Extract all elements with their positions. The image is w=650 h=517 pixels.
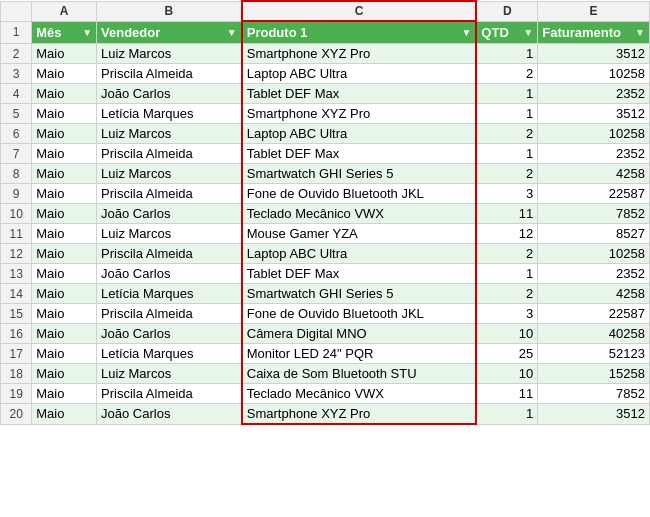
cell-qtd[interactable]: 25 <box>476 344 537 364</box>
filter-arrow-e[interactable]: ▼ <box>635 27 645 38</box>
cell-vendedor[interactable]: Priscila Almeida <box>97 144 242 164</box>
cell-faturamento[interactable]: 10258 <box>538 124 650 144</box>
filter-arrow-a[interactable]: ▼ <box>82 27 92 38</box>
cell-mes[interactable]: Maio <box>32 164 97 184</box>
cell-vendedor[interactable]: Priscila Almeida <box>97 384 242 404</box>
cell-mes[interactable]: Maio <box>32 104 97 124</box>
cell-vendedor[interactable]: Luiz Marcos <box>97 164 242 184</box>
cell-qtd[interactable]: 1 <box>476 44 537 64</box>
cell-qtd[interactable]: 2 <box>476 124 537 144</box>
cell-faturamento[interactable]: 22587 <box>538 304 650 324</box>
cell-produto[interactable]: Tablet DEF Max <box>242 264 477 284</box>
cell-produto[interactable]: Smartwatch GHI Series 5 <box>242 284 477 304</box>
cell-faturamento[interactable]: 7852 <box>538 204 650 224</box>
cell-vendedor[interactable]: Letícia Marques <box>97 104 242 124</box>
cell-qtd[interactable]: 1 <box>476 404 537 425</box>
cell-faturamento[interactable]: 40258 <box>538 324 650 344</box>
cell-mes[interactable]: Maio <box>32 144 97 164</box>
cell-mes[interactable]: Maio <box>32 64 97 84</box>
cell-faturamento[interactable]: 15258 <box>538 364 650 384</box>
cell-mes[interactable]: Maio <box>32 384 97 404</box>
cell-produto[interactable]: Câmera Digital MNO <box>242 324 477 344</box>
cell-qtd[interactable]: 1 <box>476 264 537 284</box>
cell-vendedor[interactable]: Priscila Almeida <box>97 64 242 84</box>
cell-produto[interactable]: Fone de Ouvido Bluetooth JKL <box>242 304 477 324</box>
cell-vendedor[interactable]: Luiz Marcos <box>97 364 242 384</box>
cell-vendedor[interactable]: Letícia Marques <box>97 344 242 364</box>
cell-mes[interactable]: Maio <box>32 304 97 324</box>
cell-produto[interactable]: Laptop ABC Ultra <box>242 124 477 144</box>
cell-faturamento[interactable]: 2352 <box>538 84 650 104</box>
cell-qtd[interactable]: 1 <box>476 144 537 164</box>
cell-faturamento[interactable]: 8527 <box>538 224 650 244</box>
cell-qtd[interactable]: 11 <box>476 204 537 224</box>
cell-faturamento[interactable]: 3512 <box>538 404 650 425</box>
cell-faturamento[interactable]: 52123 <box>538 344 650 364</box>
cell-faturamento[interactable]: 10258 <box>538 64 650 84</box>
cell-mes[interactable]: Maio <box>32 204 97 224</box>
cell-produto[interactable]: Tablet DEF Max <box>242 144 477 164</box>
cell-qtd[interactable]: 11 <box>476 384 537 404</box>
cell-vendedor[interactable]: Priscila Almeida <box>97 244 242 264</box>
cell-vendedor[interactable]: João Carlos <box>97 404 242 425</box>
cell-vendedor[interactable]: João Carlos <box>97 204 242 224</box>
cell-vendedor[interactable]: Priscila Almeida <box>97 184 242 204</box>
cell-qtd[interactable]: 2 <box>476 244 537 264</box>
cell-mes[interactable]: Maio <box>32 84 97 104</box>
cell-qtd[interactable]: 12 <box>476 224 537 244</box>
cell-mes[interactable]: Maio <box>32 404 97 425</box>
cell-vendedor[interactable]: Luiz Marcos <box>97 224 242 244</box>
cell-produto[interactable]: Laptop ABC Ultra <box>242 244 477 264</box>
cell-vendedor[interactable]: Letícia Marques <box>97 284 242 304</box>
header-faturamento[interactable]: Faturamento ▼ <box>538 21 650 44</box>
cell-produto[interactable]: Teclado Mecânico VWX <box>242 204 477 224</box>
cell-produto[interactable]: Caixa de Som Bluetooth STU <box>242 364 477 384</box>
header-produto[interactable]: Produto 1 ▼ <box>242 21 477 44</box>
cell-mes[interactable]: Maio <box>32 264 97 284</box>
cell-mes[interactable]: Maio <box>32 224 97 244</box>
filter-arrow-c[interactable]: ▼ <box>461 27 471 38</box>
cell-qtd[interactable]: 2 <box>476 164 537 184</box>
cell-faturamento[interactable]: 7852 <box>538 384 650 404</box>
cell-mes[interactable]: Maio <box>32 324 97 344</box>
cell-faturamento[interactable]: 22587 <box>538 184 650 204</box>
cell-qtd[interactable]: 2 <box>476 284 537 304</box>
cell-produto[interactable]: Smartphone XYZ Pro <box>242 44 477 64</box>
cell-mes[interactable]: Maio <box>32 184 97 204</box>
cell-vendedor[interactable]: João Carlos <box>97 324 242 344</box>
filter-arrow-d[interactable]: ▼ <box>523 27 533 38</box>
cell-mes[interactable]: Maio <box>32 244 97 264</box>
cell-qtd[interactable]: 3 <box>476 184 537 204</box>
cell-vendedor[interactable]: João Carlos <box>97 264 242 284</box>
cell-mes[interactable]: Maio <box>32 364 97 384</box>
cell-faturamento[interactable]: 3512 <box>538 104 650 124</box>
cell-produto[interactable]: Smartphone XYZ Pro <box>242 104 477 124</box>
cell-mes[interactable]: Maio <box>32 284 97 304</box>
cell-vendedor[interactable]: João Carlos <box>97 84 242 104</box>
cell-produto[interactable]: Mouse Gamer YZA <box>242 224 477 244</box>
cell-produto[interactable]: Laptop ABC Ultra <box>242 64 477 84</box>
cell-produto[interactable]: Smartwatch GHI Series 5 <box>242 164 477 184</box>
cell-faturamento[interactable]: 4258 <box>538 164 650 184</box>
cell-produto[interactable]: Smartphone XYZ Pro <box>242 404 477 425</box>
cell-vendedor[interactable]: Luiz Marcos <box>97 124 242 144</box>
cell-faturamento[interactable]: 2352 <box>538 264 650 284</box>
cell-faturamento[interactable]: 10258 <box>538 244 650 264</box>
cell-faturamento[interactable]: 4258 <box>538 284 650 304</box>
cell-produto[interactable]: Monitor LED 24" PQR <box>242 344 477 364</box>
cell-vendedor[interactable]: Luiz Marcos <box>97 44 242 64</box>
filter-arrow-b[interactable]: ▼ <box>227 27 237 38</box>
cell-qtd[interactable]: 3 <box>476 304 537 324</box>
cell-faturamento[interactable]: 3512 <box>538 44 650 64</box>
cell-qtd[interactable]: 2 <box>476 64 537 84</box>
cell-qtd[interactable]: 10 <box>476 324 537 344</box>
cell-produto[interactable]: Teclado Mecânico VWX <box>242 384 477 404</box>
cell-produto[interactable]: Tablet DEF Max <box>242 84 477 104</box>
cell-faturamento[interactable]: 2352 <box>538 144 650 164</box>
cell-vendedor[interactable]: Priscila Almeida <box>97 304 242 324</box>
header-mes[interactable]: Mês ▼ <box>32 21 97 44</box>
cell-produto[interactable]: Fone de Ouvido Bluetooth JKL <box>242 184 477 204</box>
cell-mes[interactable]: Maio <box>32 124 97 144</box>
cell-qtd[interactable]: 1 <box>476 84 537 104</box>
cell-mes[interactable]: Maio <box>32 44 97 64</box>
